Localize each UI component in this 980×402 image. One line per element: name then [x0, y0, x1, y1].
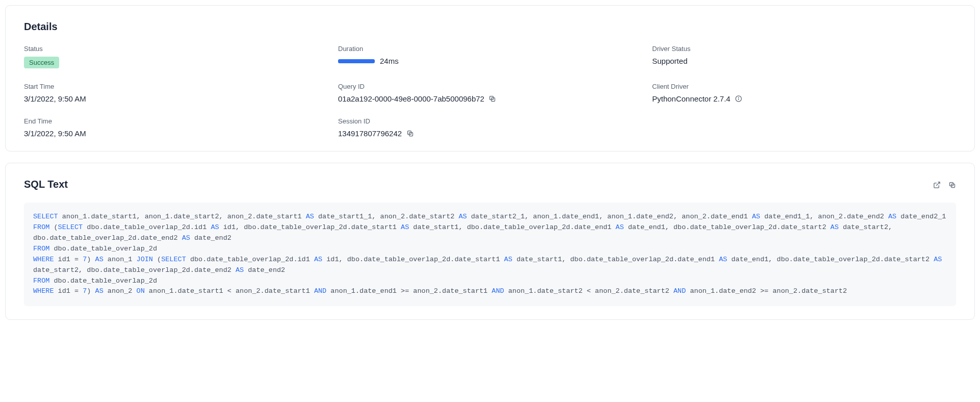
driver-status-value: Supported	[652, 57, 956, 65]
start-time-value: 3/1/2022, 9:50 AM	[24, 94, 328, 103]
session-id-value: 134917807796242	[338, 129, 402, 138]
client-driver-field: Client Driver PythonConnector 2.7.4	[652, 83, 956, 103]
status-badge: Success	[24, 57, 59, 68]
client-driver-value-wrap: PythonConnector 2.7.4	[652, 94, 956, 103]
sql-title: SQL Text	[24, 179, 956, 190]
sql-actions	[933, 181, 956, 189]
query-id-label: Query ID	[338, 83, 642, 90]
sql-text-card: SQL Text SELECT anon_1.date_start1, anon…	[5, 163, 975, 320]
duration-field: Duration 24ms	[338, 45, 642, 68]
query-id-value: 01a2a192-0000-49e8-0000-7ab500096b72	[338, 94, 484, 103]
start-time-label: Start Time	[24, 83, 328, 90]
client-driver-info-icon[interactable]	[734, 95, 742, 103]
client-driver-value: PythonConnector 2.7.4	[652, 94, 730, 103]
sql-text: SELECT anon_1.date_start1, anon_1.date_s…	[33, 212, 947, 297]
duration-bar	[338, 59, 375, 63]
svg-line-7	[936, 182, 940, 185]
status-field: Status Success	[24, 45, 328, 68]
end-time-field: End Time 3/1/2022, 9:50 AM	[24, 117, 328, 138]
empty-cell	[652, 117, 956, 138]
duration-value-wrap: 24ms	[338, 57, 642, 65]
query-id-field: Query ID 01a2a192-0000-49e8-0000-7ab5000…	[338, 83, 642, 103]
start-time-field: Start Time 3/1/2022, 9:50 AM	[24, 83, 328, 103]
session-id-label: Session ID	[338, 117, 642, 125]
details-grid: Status Success Duration 24ms Driver Stat…	[24, 45, 956, 138]
details-card: Details Status Success Duration 24ms Dri…	[5, 5, 975, 152]
details-title: Details	[24, 21, 956, 33]
svg-point-4	[738, 97, 739, 98]
end-time-value: 3/1/2022, 9:50 AM	[24, 129, 328, 138]
copy-query-id-icon[interactable]	[488, 95, 497, 103]
driver-status-field: Driver Status Supported	[652, 45, 956, 68]
copy-session-id-icon[interactable]	[406, 130, 414, 138]
duration-value: 24ms	[380, 57, 399, 65]
status-label: Status	[24, 45, 328, 53]
driver-status-label: Driver Status	[652, 45, 956, 53]
end-time-label: End Time	[24, 117, 328, 125]
session-id-field: Session ID 134917807796242	[338, 117, 642, 138]
session-id-value-wrap: 134917807796242	[338, 129, 642, 138]
sql-box[interactable]: SELECT anon_1.date_start1, anon_1.date_s…	[24, 203, 956, 306]
query-id-value-wrap: 01a2a192-0000-49e8-0000-7ab500096b72	[338, 94, 642, 103]
client-driver-label: Client Driver	[652, 83, 956, 90]
duration-label: Duration	[338, 45, 642, 53]
open-sql-icon[interactable]	[933, 181, 941, 189]
status-value-wrap: Success	[24, 57, 328, 68]
copy-sql-icon[interactable]	[948, 181, 956, 189]
